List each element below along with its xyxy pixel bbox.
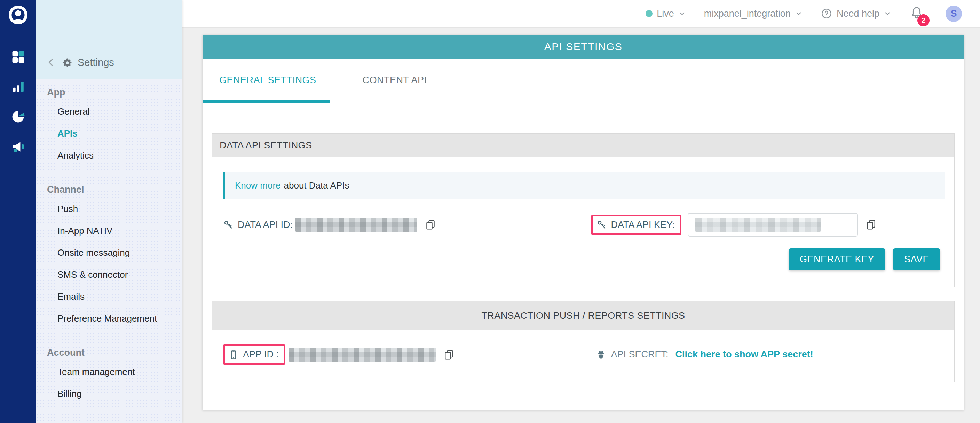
copy-icon [443,349,455,360]
sidebar-section-account: Account Team management Billing [36,339,182,414]
topbar: Live mixpanel_integration Need help 2 S [182,0,980,27]
app-id-highlight: APP ID : [223,344,285,365]
data-api-settings-title: DATA API SETTINGS [212,134,954,157]
chevron-down-icon [795,10,802,18]
question-circle-icon [821,8,832,19]
transaction-settings-title: TRANSACTION PUSH / REPORTS SETTINGS [212,301,954,330]
data-api-id-value-redacted [296,218,417,232]
transaction-push-reports-panel: TRANSACTION PUSH / REPORTS SETTINGS APP … [212,301,955,382]
dashboard-grid-icon[interactable] [10,49,26,65]
key-icon [223,220,234,230]
phone-icon [228,350,239,360]
left-icon-rail [0,0,36,423]
project-switcher[interactable]: mixpanel_integration [704,8,802,19]
env-label: Live [657,8,674,19]
data-api-settings-panel: DATA API SETTINGS Know more about Data A… [212,134,955,287]
copy-icon [425,219,436,230]
sidebar-title: Settings [78,57,114,68]
tab-content-api[interactable]: CONTENT API [363,75,427,86]
sidebar-item-in-app-nativ[interactable]: In-App NATIV [36,220,182,242]
netcore-logo-icon[interactable] [8,5,28,27]
copy-data-api-key-button[interactable] [865,219,877,230]
user-avatar[interactable]: S [945,6,962,22]
show-app-secret-link[interactable]: Click here to show APP secret! [676,349,813,360]
sidebar-header: Settings [36,0,182,79]
back-chevron-icon[interactable] [45,56,57,68]
project-name: mixpanel_integration [704,8,791,19]
env-switcher[interactable]: Live [646,8,686,19]
chevron-down-icon [678,10,686,18]
save-button[interactable]: SAVE [893,249,940,270]
content-area: API SETTINGS GENERAL SETTINGS CONTENT AP… [182,27,980,423]
sidebar-section-channel: Channel Push In-App NATIV Onsite messagi… [36,176,182,339]
know-more-link[interactable]: Know more [235,180,281,191]
api-secret-label: API SECRET: [611,349,668,360]
data-api-key-value-redacted [695,218,821,232]
sidebar-item-onsite-messaging[interactable]: Onsite messaging [36,242,182,264]
rail-nav [10,49,26,155]
sidebar-item-sms-connector[interactable]: SMS & connector [36,264,182,286]
generate-key-button[interactable]: GENERATE KEY [789,249,885,270]
app-id-label: APP ID : [243,349,279,360]
bar-chart-icon[interactable] [10,79,26,95]
copy-icon [865,219,877,230]
need-help-label: Need help [837,8,880,19]
section-label: Account [36,347,182,358]
notification-count-badge: 2 [917,14,929,27]
api-settings-card: API SETTINGS GENERAL SETTINGS CONTENT AP… [202,35,964,410]
page-title: API SETTINGS [202,35,964,59]
need-help-menu[interactable]: Need help [821,8,891,19]
know-more-banner: Know more about Data APIs [223,172,945,199]
active-tab-underline [202,101,329,103]
megaphone-icon[interactable] [10,139,26,155]
data-api-key-input[interactable] [688,213,858,236]
section-label: Channel [36,184,182,195]
tab-general-settings[interactable]: GENERAL SETTINGS [219,75,317,86]
know-more-text: about Data APIs [284,180,349,191]
settings-sidebar: Settings App General APIs Analytics Chan… [36,0,182,423]
copy-app-id-button[interactable] [443,349,455,360]
key-icon [597,220,607,230]
sidebar-item-push[interactable]: Push [36,198,182,220]
sidebar-item-emails[interactable]: Emails [36,286,182,308]
live-status-dot [646,10,652,17]
sidebar-item-apis[interactable]: APIs [36,123,182,145]
spy-icon [595,349,607,361]
section-label: App [36,87,182,98]
gear-icon [62,57,73,68]
sidebar-section-app: App General APIs Analytics [36,79,182,176]
tab-bar: GENERAL SETTINGS CONTENT API [202,59,964,102]
data-api-key-highlight: DATA API KEY: [591,215,682,235]
copy-data-api-id-button[interactable] [425,219,436,230]
notifications-bell[interactable]: 2 [909,5,924,22]
app-id-value-redacted [289,348,436,362]
sidebar-item-analytics[interactable]: Analytics [36,145,182,166]
pie-chart-icon[interactable] [10,109,26,125]
sidebar-item-general[interactable]: General [36,101,182,123]
data-api-key-label: DATA API KEY: [611,220,675,230]
sidebar-item-billing[interactable]: Billing [36,383,182,405]
chevron-down-icon [884,10,891,18]
data-api-id-label: DATA API ID: [238,220,293,230]
sidebar-item-team-management[interactable]: Team management [36,361,182,383]
sidebar-item-preference-management[interactable]: Preference Management [36,308,182,330]
sidebar-nav: App General APIs Analytics Channel Push … [36,79,182,423]
